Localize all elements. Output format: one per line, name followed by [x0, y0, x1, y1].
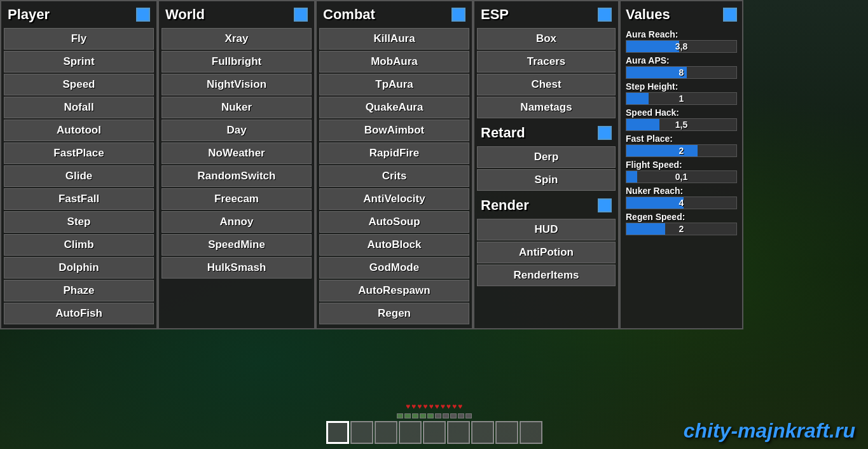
value-slider-fill-6	[626, 197, 684, 209]
value-slider-1[interactable]: 8	[626, 66, 737, 79]
xp-pip-4	[420, 413, 426, 418]
heart-7: ♥	[441, 402, 445, 411]
hotbar-slot-3[interactable]	[375, 421, 397, 444]
value-label-2: Step Height:	[626, 81, 737, 92]
player-panel-header: Player	[4, 4, 154, 25]
value-slider-fill-0	[626, 41, 679, 52]
esp-item-renderitems[interactable]: RenderItems	[477, 265, 616, 286]
combat-item-autoblock[interactable]: AutoBlock	[319, 234, 469, 256]
heart-4: ♥	[423, 402, 427, 411]
player-item-fly[interactable]: Fly	[4, 28, 154, 50]
player-panel-toggle[interactable]	[136, 8, 150, 22]
value-slider-3[interactable]: 1,5	[626, 118, 737, 131]
world-panel-toggle[interactable]	[294, 8, 308, 22]
value-row-7: Regen Speed:2	[626, 212, 737, 235]
combat-panel-toggle[interactable]	[451, 8, 465, 22]
player-item-nofall[interactable]: Nofall	[4, 97, 154, 118]
value-label-0: Aura Reach:	[626, 29, 737, 39]
esp-item-tracers[interactable]: Tracers	[477, 51, 616, 73]
esp-item-derp[interactable]: Derp	[477, 146, 616, 168]
world-item-xray[interactable]: Xray	[162, 28, 312, 50]
world-item-nuker[interactable]: Nuker	[162, 97, 312, 118]
esp-item-antipotion[interactable]: AntiPotion	[477, 242, 616, 263]
combat-item-autorespawn[interactable]: AutoRespawn	[319, 280, 469, 301]
hearts-row: ♥ ♥ ♥ ♥ ♥ ♥ ♥ ♥ ♥ ♥	[406, 402, 462, 411]
world-item-nightvision[interactable]: NightVision	[162, 74, 312, 95]
player-item-sprint[interactable]: Sprint	[4, 51, 154, 73]
value-slider-6[interactable]: 4	[626, 197, 737, 209]
hotbar-slot-4[interactable]	[399, 421, 422, 444]
combat-items-container: KillAuraMobAuraTpAuraQuakeAuraBowAimbotR…	[319, 28, 469, 324]
hotbar-slot-2[interactable]	[350, 421, 373, 444]
values-toggle[interactable]	[723, 8, 737, 22]
hotbar-slot-6[interactable]	[447, 421, 470, 444]
player-item-step[interactable]: Step	[4, 211, 154, 233]
hotbar-slot-1[interactable]	[326, 421, 349, 444]
combat-item-godmode[interactable]: GodMode	[319, 257, 469, 279]
world-item-speedmine[interactable]: SpeedMine	[162, 234, 312, 256]
value-slider-fill-5	[626, 171, 637, 183]
world-item-annoy[interactable]: Annoy	[162, 211, 312, 233]
world-item-randomswitch[interactable]: RandomSwitch	[162, 165, 312, 187]
esp-item-hud[interactable]: HUD	[477, 219, 616, 240]
value-number-6: 4	[679, 198, 684, 208]
render-toggle[interactable]	[598, 198, 612, 212]
esp-item-chest[interactable]: Chest	[477, 74, 616, 95]
heart-2: ♥	[411, 402, 416, 411]
value-slider-2[interactable]: 1	[626, 92, 737, 105]
value-slider-7[interactable]: 2	[626, 223, 737, 235]
value-label-5: Flight Speed:	[626, 160, 737, 170]
heart-3: ♥	[417, 402, 422, 411]
heart-5: ♥	[429, 402, 433, 411]
combat-item-bowaimbot[interactable]: BowAimbot	[319, 120, 469, 141]
esp-item-spin[interactable]: Spin	[477, 169, 616, 191]
combat-item-tpaura[interactable]: TpAura	[319, 74, 469, 95]
player-item-climb[interactable]: Climb	[4, 234, 154, 256]
hotbar-slot-7[interactable]	[471, 421, 494, 444]
combat-item-mobaura[interactable]: MobAura	[319, 51, 469, 73]
esp-panel-toggle[interactable]	[598, 8, 612, 22]
watermark: chity-majnkraft.ru	[684, 419, 855, 443]
value-slider-fill-3	[626, 119, 659, 130]
combat-item-quakeaura[interactable]: QuakeAura	[319, 97, 469, 118]
combat-panel-title: Combat	[323, 6, 375, 23]
combat-item-regen[interactable]: Regen	[319, 303, 469, 324]
combat-item-autosoup[interactable]: AutoSoup	[319, 211, 469, 233]
xp-pip-7	[443, 413, 449, 418]
player-item-phaze[interactable]: Phaze	[4, 280, 154, 301]
world-item-noweather[interactable]: NoWeather	[162, 142, 312, 164]
combat-item-crits[interactable]: Crits	[319, 165, 469, 187]
player-item-autotool[interactable]: Autotool	[4, 120, 154, 141]
combat-panel-header: Combat	[319, 4, 469, 25]
player-item-speed[interactable]: Speed	[4, 74, 154, 95]
heart-1: ♥	[406, 402, 410, 411]
xp-pip-10	[465, 413, 472, 418]
world-item-freecam[interactable]: Freecam	[162, 188, 312, 210]
retard-toggle[interactable]	[598, 126, 612, 140]
value-slider-5[interactable]: 0,1	[626, 170, 737, 183]
combat-item-killaura[interactable]: KillAura	[319, 28, 469, 50]
value-slider-4[interactable]: 2	[626, 144, 737, 157]
hotbar-slot-9[interactable]	[520, 421, 542, 444]
world-item-day[interactable]: Day	[162, 120, 312, 141]
value-row-2: Step Height:1	[626, 81, 737, 105]
values-rows-container: Aura Reach:3,8Aura APS:8Step Height:1Spe…	[626, 29, 737, 235]
hotbar-slot-5[interactable]	[423, 421, 446, 444]
ui-container: Player FlySprintSpeedNofallAutotoolFastP…	[0, 0, 868, 329]
esp-item-nametags[interactable]: Nametags	[477, 97, 616, 118]
combat-item-rapidfire[interactable]: RapidFire	[319, 142, 469, 164]
value-slider-0[interactable]: 3,8	[626, 40, 737, 53]
player-item-fastplace[interactable]: FastPlace	[4, 142, 154, 164]
world-item-fullbright[interactable]: Fullbright	[162, 51, 312, 73]
hotbar-area: ♥ ♥ ♥ ♥ ♥ ♥ ♥ ♥ ♥ ♥	[326, 402, 542, 449]
heart-6: ♥	[435, 402, 439, 411]
player-item-dolphin[interactable]: Dolphin	[4, 257, 154, 279]
value-row-1: Aura APS:8	[626, 55, 737, 79]
player-item-autofish[interactable]: AutoFish	[4, 303, 154, 324]
player-item-fastfall[interactable]: FastFall	[4, 188, 154, 210]
player-item-glide[interactable]: Glide	[4, 165, 154, 187]
combat-item-antivelocity[interactable]: AntiVelocity	[319, 188, 469, 210]
esp-item-box[interactable]: Box	[477, 28, 616, 50]
world-item-hulksmash[interactable]: HulkSmash	[162, 257, 312, 279]
hotbar-slot-8[interactable]	[495, 421, 518, 444]
